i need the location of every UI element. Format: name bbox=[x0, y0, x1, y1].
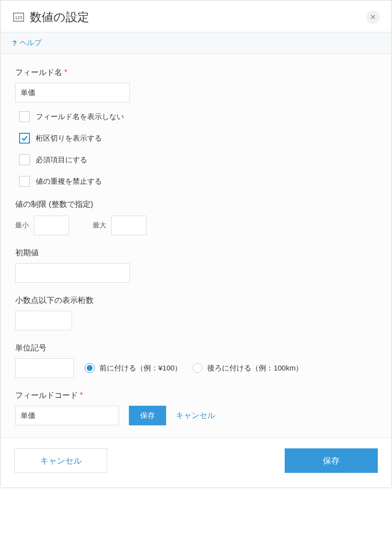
required-mark: * bbox=[64, 68, 67, 76]
unique-checkbox[interactable]: 値の重複を禁止する bbox=[15, 176, 377, 187]
field-name-block: フィールド名* フィールド名を表示しない 桁区切りを表示する 必須項目にする bbox=[15, 68, 377, 187]
field-code-input[interactable] bbox=[15, 406, 119, 425]
help-bar: ? ヘルプ bbox=[0, 32, 392, 54]
default-value-block: 初期値 bbox=[15, 248, 377, 283]
field-code-row: 保存 キャンセル bbox=[15, 406, 377, 425]
checkbox-icon bbox=[19, 176, 30, 187]
min-label: 最小 bbox=[15, 221, 29, 230]
unit-input[interactable] bbox=[15, 358, 74, 378]
unit-prefix-radio[interactable]: 前に付ける（例：¥100） bbox=[85, 363, 182, 373]
field-name-label: フィールド名* bbox=[15, 68, 377, 78]
field-options: フィールド名を表示しない 桁区切りを表示する 必須項目にする 値の重複を禁止する bbox=[15, 111, 377, 187]
svg-text:123: 123 bbox=[15, 15, 22, 20]
radio-icon bbox=[193, 363, 202, 373]
digit-separator-checkbox[interactable]: 桁区切りを表示する bbox=[15, 133, 377, 144]
required-checkbox[interactable]: 必須項目にする bbox=[15, 154, 377, 165]
max-value-input[interactable] bbox=[111, 216, 147, 235]
field-code-cancel-link[interactable]: キャンセル bbox=[176, 411, 215, 421]
default-value-input[interactable] bbox=[15, 263, 130, 283]
field-code-block: フィールドコード* 保存 キャンセル bbox=[15, 391, 377, 425]
value-limit-label: 値の制限 (整数で指定) bbox=[15, 199, 377, 210]
max-label: 最大 bbox=[93, 221, 106, 230]
checkbox-icon bbox=[19, 111, 30, 122]
required-mark: * bbox=[80, 391, 83, 399]
decimal-places-block: 小数点以下の表示桁数 bbox=[15, 295, 377, 330]
unit-label: 単位記号 bbox=[15, 343, 377, 353]
dialog-title-wrap: 123 数値の設定 bbox=[13, 9, 89, 25]
min-value-input[interactable] bbox=[34, 216, 69, 235]
unit-suffix-radio[interactable]: 後ろに付ける（例：100km） bbox=[193, 363, 303, 373]
checkbox-label: 必須項目にする bbox=[36, 155, 87, 165]
close-button[interactable]: ✕ bbox=[366, 10, 380, 24]
field-code-save-button[interactable]: 保存 bbox=[129, 406, 166, 425]
decimal-places-label: 小数点以下の表示桁数 bbox=[15, 295, 377, 306]
dialog-footer: キャンセル 保存 bbox=[0, 437, 392, 488]
help-icon: ? bbox=[12, 39, 17, 47]
decimal-places-input[interactable] bbox=[15, 311, 72, 330]
default-value-label: 初期値 bbox=[15, 248, 377, 258]
field-name-input[interactable] bbox=[15, 83, 130, 102]
checkbox-label: フィールド名を表示しない bbox=[36, 112, 124, 122]
help-label: ヘルプ bbox=[20, 38, 42, 48]
value-limit-block: 値の制限 (整数で指定) 最小 最大 bbox=[15, 199, 377, 235]
dialog-title: 数値の設定 bbox=[30, 9, 89, 25]
number-field-icon: 123 bbox=[13, 13, 24, 22]
unit-block: 単位記号 前に付ける（例：¥100） 後ろに付ける（例：100km） bbox=[15, 343, 377, 378]
value-limit-row: 最小 最大 bbox=[15, 216, 377, 235]
checkbox-icon bbox=[19, 154, 30, 165]
close-icon: ✕ bbox=[370, 13, 376, 22]
radio-label: 後ろに付ける（例：100km） bbox=[207, 364, 303, 373]
checkbox-icon bbox=[19, 133, 30, 144]
cancel-button[interactable]: キャンセル bbox=[14, 448, 107, 473]
save-button[interactable]: 保存 bbox=[285, 448, 378, 473]
number-settings-dialog: 123 数値の設定 ✕ ? ヘルプ フィールド名* フィールド名を表示しない bbox=[0, 0, 392, 488]
radio-icon bbox=[85, 363, 95, 373]
unit-row: 前に付ける（例：¥100） 後ろに付ける（例：100km） bbox=[15, 358, 377, 378]
field-code-label: フィールドコード* bbox=[15, 391, 377, 401]
hide-field-name-checkbox[interactable]: フィールド名を表示しない bbox=[15, 111, 377, 122]
help-link[interactable]: ? ヘルプ bbox=[12, 38, 42, 48]
checkbox-label: 値の重複を禁止する bbox=[36, 177, 102, 186]
checkbox-label: 桁区切りを表示する bbox=[36, 134, 102, 143]
radio-label: 前に付ける（例：¥100） bbox=[99, 364, 182, 373]
dialog-body: フィールド名* フィールド名を表示しない 桁区切りを表示する 必須項目にする bbox=[0, 54, 392, 437]
dialog-header: 123 数値の設定 ✕ bbox=[0, 0, 392, 32]
